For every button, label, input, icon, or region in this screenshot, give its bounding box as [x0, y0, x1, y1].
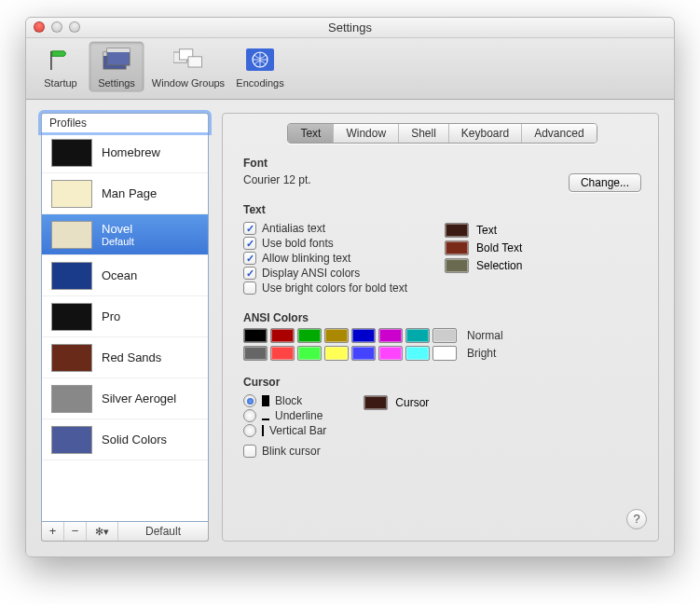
ansi-swatch[interactable]: [378, 346, 403, 361]
font-heading: Font: [243, 157, 641, 170]
ansi-swatch[interactable]: [351, 346, 376, 361]
sidebar: Profiles HomebrewMan PageNovelDefaultOce…: [41, 113, 209, 542]
profiles-list[interactable]: HomebrewMan PageNovelDefaultOceanProRed …: [41, 132, 209, 521]
titlebar: Settings: [26, 18, 674, 38]
sidebar-footer: + − ✻▾ Default: [41, 521, 209, 542]
bold-color-swatch[interactable]: [445, 240, 469, 255]
change-font-button[interactable]: Change...: [569, 173, 641, 192]
profile-name: Homebrew: [102, 145, 160, 159]
cursor-underline-label: Underline: [275, 409, 323, 422]
cursor-underline-radio[interactable]: [243, 409, 256, 422]
profile-thumbnail: [51, 303, 92, 331]
vbar-cursor-icon: [262, 425, 264, 436]
ansi-normal-row: Normal: [243, 328, 641, 343]
ansi-row-label: Bright: [467, 347, 496, 360]
font-value: Courier 12 pt.: [243, 173, 311, 186]
ansi-swatch[interactable]: [432, 328, 457, 343]
profiles-header[interactable]: Profiles: [41, 113, 209, 132]
blinking-checkbox[interactable]: [243, 252, 256, 265]
cursor-block-label: Block: [275, 394, 302, 407]
toolbar-settings[interactable]: Settings: [89, 42, 144, 91]
svg-rect-7: [188, 57, 201, 67]
profile-actions-menu[interactable]: ✻▾: [87, 522, 118, 541]
ansi-swatch[interactable]: [297, 346, 322, 361]
ansi-colors-checkbox[interactable]: [243, 267, 256, 280]
profile-row[interactable]: Ocean: [42, 255, 208, 296]
profile-row[interactable]: Red Sands: [42, 337, 208, 378]
settings-icon: [102, 45, 131, 75]
cursor-block-radio[interactable]: [243, 394, 256, 407]
ansi-row-label: Normal: [467, 329, 503, 342]
tab-keyboard[interactable]: Keyboard: [449, 124, 522, 143]
profile-subtitle: Default: [102, 236, 134, 247]
profile-row[interactable]: Pro: [42, 296, 208, 337]
ansi-swatch[interactable]: [432, 346, 457, 361]
ansi-swatch[interactable]: [324, 346, 349, 361]
profile-thumbnail: [51, 426, 92, 454]
ansi-colors-label: Display ANSI colors: [262, 267, 360, 280]
ansi-swatch[interactable]: [243, 328, 268, 343]
bold-fonts-checkbox[interactable]: [243, 237, 256, 250]
tab-shell[interactable]: Shell: [399, 124, 449, 143]
profile-thumbnail: [51, 262, 92, 290]
text-color-swatch[interactable]: [445, 223, 469, 238]
bright-bold-checkbox[interactable]: [243, 281, 256, 295]
bold-fonts-label: Use bold fonts: [262, 237, 334, 250]
set-default-button[interactable]: Default: [118, 522, 208, 541]
ansi-swatch[interactable]: [324, 328, 349, 343]
ansi-swatch[interactable]: [378, 328, 403, 343]
cursor-color-label: Cursor: [395, 396, 429, 409]
ansi-heading: ANSI Colors: [243, 311, 641, 324]
ansi-swatch[interactable]: [243, 346, 268, 361]
profile-name: Ocean: [102, 268, 137, 282]
profile-name: Solid Colors: [102, 432, 167, 446]
ansi-swatch[interactable]: [405, 346, 430, 361]
toolbar-window-groups[interactable]: Window Groups: [145, 42, 231, 91]
profile-row[interactable]: Homebrew: [42, 132, 208, 173]
antialias-checkbox[interactable]: [243, 222, 256, 235]
profile-name: Man Page: [102, 186, 157, 200]
tab-advanced[interactable]: Advanced: [522, 124, 596, 143]
profile-thumbnail: [51, 385, 92, 413]
ansi-swatch[interactable]: [351, 328, 376, 343]
ansi-swatch[interactable]: [270, 328, 295, 343]
text-color-label: Text: [476, 224, 497, 237]
toolbar-startup[interactable]: Startup: [34, 42, 88, 91]
ansi-swatch[interactable]: [405, 328, 430, 343]
blink-cursor-label: Blink cursor: [262, 445, 321, 458]
remove-profile-button[interactable]: −: [64, 522, 87, 541]
content: Profiles HomebrewMan PageNovelDefaultOce…: [26, 100, 674, 556]
add-profile-button[interactable]: +: [42, 522, 64, 541]
blink-cursor-checkbox[interactable]: [243, 445, 256, 458]
profile-thumbnail: [51, 221, 92, 249]
profile-name: Pro: [102, 309, 120, 323]
blinking-label: Allow blinking text: [262, 252, 350, 265]
antialias-label: Antialias text: [262, 222, 325, 235]
profile-name: Novel: [102, 222, 134, 236]
cursor-vbar-radio[interactable]: [243, 424, 256, 437]
profile-row[interactable]: Solid Colors: [42, 419, 208, 460]
ansi-swatch[interactable]: [297, 328, 322, 343]
startup-icon: [46, 45, 75, 75]
selection-color-swatch[interactable]: [445, 258, 469, 273]
profile-row[interactable]: Silver Aerogel: [42, 378, 208, 419]
window-groups-icon: [173, 45, 203, 75]
toolbar-encodings[interactable]: Encodings: [233, 42, 287, 91]
help-button[interactable]: ?: [626, 509, 647, 529]
profile-row[interactable]: NovelDefault: [42, 214, 208, 255]
underline-cursor-icon: [262, 411, 269, 420]
profile-thumbnail: [51, 344, 92, 372]
profile-thumbnail: [51, 180, 92, 208]
profile-row[interactable]: Man Page: [42, 173, 208, 214]
profile-thumbnail: [51, 139, 92, 167]
profile-name: Red Sands: [102, 350, 161, 364]
cursor-color-swatch[interactable]: [364, 395, 388, 410]
cursor-heading: Cursor: [243, 376, 641, 389]
settings-panel: Text Window Shell Keyboard Advanced Font…: [222, 113, 659, 542]
ansi-swatch[interactable]: [270, 346, 295, 361]
tab-text[interactable]: Text: [288, 124, 334, 143]
selection-color-label: Selection: [476, 259, 522, 272]
tab-window[interactable]: Window: [334, 124, 399, 143]
encodings-icon: [245, 45, 275, 75]
svg-rect-4: [107, 48, 130, 52]
